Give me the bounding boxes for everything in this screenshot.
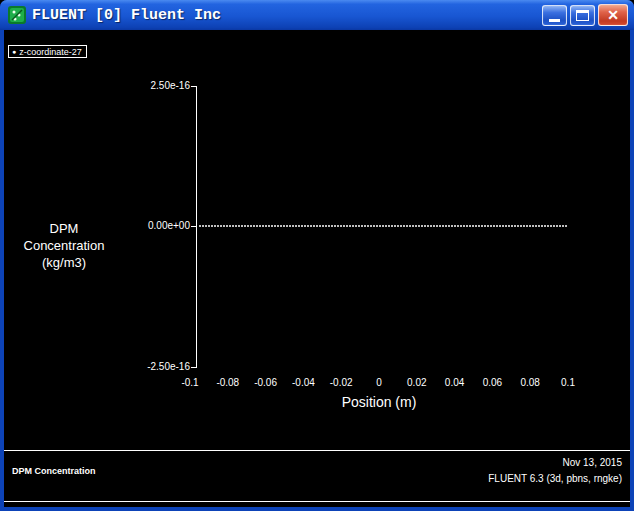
fluent-logo-icon	[7, 5, 27, 25]
minimize-icon	[549, 19, 560, 22]
footer-plot-title: DPM Concentration	[12, 466, 96, 476]
title-bar[interactable]: FLUENT [0] Fluent Inc ✕	[0, 0, 634, 30]
y-axis-title-line: (kg/m3)	[6, 254, 122, 271]
close-icon: ✕	[607, 8, 619, 22]
window-controls: ✕	[542, 4, 628, 26]
y-tick-mark	[191, 86, 196, 87]
footer-separator-top	[4, 450, 630, 451]
window-title: FLUENT [0] Fluent Inc	[32, 7, 221, 24]
maximize-icon	[576, 10, 589, 21]
legend-dot-icon: ●	[12, 48, 16, 55]
x-axis-tick-labels: -0.1-0.08-0.06-0.04-0.0200.020.040.060.0…	[4, 377, 630, 391]
fluent-window: FLUENT [0] Fluent Inc ✕ ● z-coordinate-2…	[0, 0, 634, 511]
close-button[interactable]: ✕	[598, 4, 628, 26]
data-series-dots	[4, 225, 630, 227]
x-tick-label: 0.1	[543, 377, 593, 388]
y-axis-title-line: DPM	[6, 220, 122, 237]
y-tick-label: 2.50e-16	[120, 80, 190, 91]
y-axis-title-line: Concentration	[6, 237, 122, 254]
legend-series-label: z-coordinate-27	[19, 47, 82, 57]
y-axis-title: DPM Concentration (kg/m3)	[6, 220, 122, 271]
footer-separator-bottom	[4, 501, 630, 502]
minimize-button[interactable]	[542, 5, 567, 26]
plot-canvas: ● z-coordinate-27 2.50e-16 0.00e+00 -2.5…	[4, 30, 630, 507]
footer-version: FLUENT 6.3 (3d, pbns, rngke)	[488, 473, 622, 484]
x-axis-label: Position (m)	[279, 394, 479, 410]
maximize-button[interactable]	[570, 5, 595, 26]
legend: ● z-coordinate-27	[8, 45, 87, 58]
y-tick-mark	[191, 367, 196, 368]
y-tick-label: -2.50e-16	[120, 361, 190, 372]
y-axis-line	[196, 86, 197, 368]
footer-date: Nov 13, 2015	[563, 457, 623, 468]
